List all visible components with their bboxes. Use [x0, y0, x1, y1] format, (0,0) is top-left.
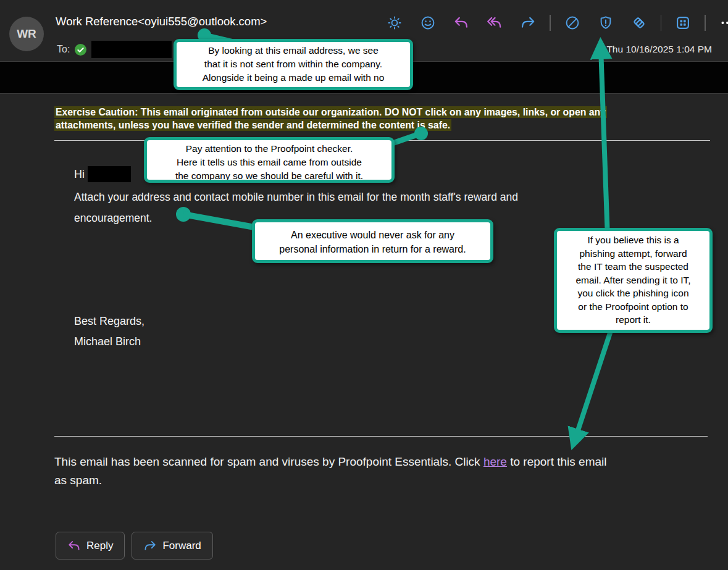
proofpoint-scan-notice: This email has been scanned for spam and…	[54, 453, 715, 490]
scan-text-after: to report this email	[507, 455, 607, 468]
phishing-report-annotation-callout: If you believe this is a phishing attemp…	[554, 228, 713, 333]
reply-button-label: Reply	[86, 540, 113, 552]
greeting-text: Hi	[74, 168, 85, 181]
recipient-row: To:	[57, 41, 172, 58]
report-spam-link[interactable]: here	[483, 455, 507, 468]
reply-button[interactable]: Reply	[56, 532, 125, 560]
toolbar-divider	[661, 15, 662, 31]
forward-icon[interactable]	[519, 14, 537, 31]
forward-button[interactable]: Forward	[132, 532, 212, 560]
forward-arrow-icon	[143, 539, 157, 553]
reward-annotation-callout: An executive would never ask for any per…	[252, 219, 493, 263]
verified-check-icon	[75, 44, 86, 56]
external-sender-warning-banner: Exercise Caution: This email originated …	[54, 106, 692, 132]
sender-annotation-callout: By looking at this email address, we see…	[174, 39, 413, 90]
apps-grid-icon[interactable]	[674, 14, 692, 31]
sender-address[interactable]: Work Reference<oyiui555@outlook.com>	[56, 15, 267, 28]
email-reading-pane: WR Work Reference<oyiui555@outlook.com> …	[0, 0, 728, 570]
signature-name: Michael Birch	[74, 335, 141, 348]
to-label: To:	[57, 44, 70, 55]
message-date: Thu 10/16/2025 1:04 PM	[606, 44, 712, 55]
redacted-name	[88, 166, 131, 182]
more-options-icon[interactable]	[719, 14, 728, 31]
light-mode-sun-icon[interactable]	[386, 14, 403, 31]
toolbar-divider	[550, 15, 551, 31]
block-sender-icon[interactable]	[564, 14, 581, 31]
report-phishing-shield-icon[interactable]	[597, 14, 614, 31]
footer-divider-line	[54, 436, 708, 437]
message-toolbar	[378, 12, 728, 33]
response-buttons: Reply Forward	[56, 532, 213, 560]
reactions-smiley-icon[interactable]	[419, 14, 437, 31]
scan-text-after2: as spam.	[54, 471, 715, 490]
toolbar-divider	[705, 15, 706, 31]
scan-text-before: This email has been scanned for spam and…	[54, 455, 483, 468]
proofpoint-annotation-callout: Pay attention to the Proofpoint checker.…	[144, 137, 395, 183]
reply-all-icon[interactable]	[486, 14, 503, 31]
reply-arrow-icon	[67, 539, 81, 553]
sender-avatar[interactable]: WR	[9, 17, 44, 51]
reply-icon[interactable]	[453, 14, 470, 31]
arrow-to-report-link	[575, 329, 611, 440]
categorize-tags-icon[interactable]	[630, 14, 648, 31]
redacted-recipient	[91, 41, 172, 58]
greeting-line: Hi	[74, 166, 131, 182]
signoff-text: Best Regards,	[74, 315, 144, 328]
forward-button-label: Forward	[162, 540, 201, 552]
warning-banner-text: Exercise Caution: This email originated …	[54, 106, 607, 131]
